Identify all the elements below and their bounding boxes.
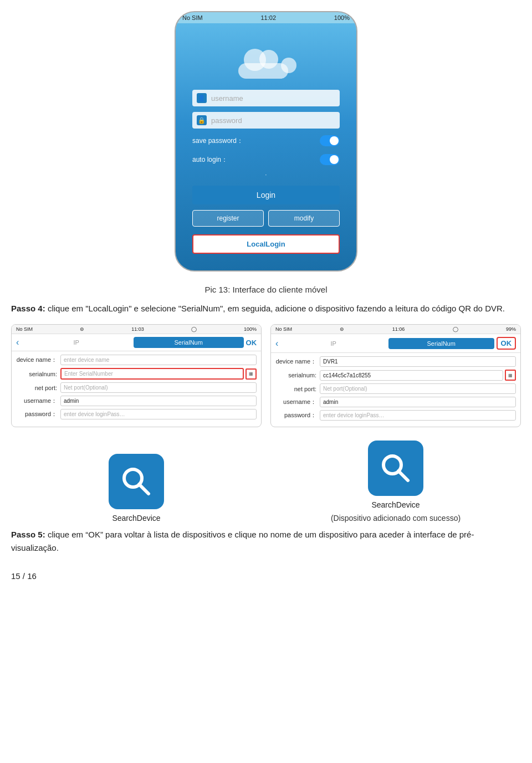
lock-icon: 🔒 (197, 115, 207, 125)
page-footer: 15 / 16 (11, 571, 521, 581)
pr-battery-icon: ◯ (453, 326, 458, 332)
pl-battery: 100% (244, 326, 257, 332)
pic-caption-text: Pic 13: Interface do cliente móvel (205, 285, 328, 294)
pr-netport-input[interactable]: Net port(Optional) (320, 383, 516, 394)
footer-text: 15 / 16 (11, 571, 37, 581)
pr-battery: 99% (506, 326, 516, 332)
phone-status-bar: No SIM 11:02 100% (176, 12, 356, 23)
pl-username-input[interactable]: admin (60, 396, 257, 406)
pr-serialnum-value: cc144c5c7a1c8255 (323, 372, 371, 378)
pr-qr-icon[interactable]: ▦ (505, 370, 516, 381)
search-device-icon-left (109, 454, 164, 509)
pr-password-input[interactable]: enter device loginPass… (320, 410, 516, 421)
phone-left-tab-ip[interactable]: IP (21, 337, 131, 348)
pl-password-input[interactable]: enter device loginPass… (60, 409, 257, 419)
search-devices-row: SearchDevice SearchDevice (Dispositivo a… (11, 441, 521, 523)
pr-serialnum-field: serialnum: cc144c5c7a1c8255 ▦ (275, 370, 516, 381)
sub-caption: (Dispositivo adicionado com sucesso) (331, 514, 461, 523)
phone-left-tab-serial[interactable]: SerialNum (134, 337, 244, 348)
paragraph-4-bold: Passo 4: (11, 304, 45, 313)
phone-right-status: No SIM ⊜ 11:06 ◯ 99% (271, 325, 520, 334)
modify-button[interactable]: modify (268, 210, 340, 227)
pl-device-name-placeholder: enter device name (64, 357, 109, 363)
register-button[interactable]: register (192, 210, 264, 227)
pl-password-field: password： enter device loginPass… (16, 409, 257, 419)
pr-password-field: password： enter device loginPass… (275, 410, 516, 421)
search-icon-svg-right (378, 450, 413, 486)
paragraph-5-bold: Passo 5: (11, 530, 45, 539)
pl-password-label: password： (16, 410, 60, 418)
paragraph-4-text: clique em "LocalLogin" e selecione "Seri… (48, 304, 505, 313)
phone-left-nav: ‹ IP SerialNum OK (12, 334, 261, 351)
pr-time: 11:06 (392, 326, 405, 332)
auto-login-label: auto login： (192, 155, 315, 165)
phone-left-status: No SIM ⊜ 11:03 ◯ 100% (12, 325, 261, 334)
pr-username-value: admin (323, 399, 338, 405)
pl-time: 11:03 (131, 326, 144, 332)
search-device-left: SearchDevice (11, 454, 262, 523)
pl-serialnum-placeholder: Enter SerialNumber (64, 371, 113, 377)
phone-top-container: No SIM 11:02 100% 👤 username (11, 11, 521, 272)
phone-right-nav: ‹ IP SerialNum OK (271, 334, 520, 353)
auto-login-toggle[interactable] (320, 154, 340, 165)
pr-netport-field: net port: Net port(Optional) (275, 383, 516, 394)
pic-caption: Pic 13: Interface do cliente móvel (11, 285, 521, 294)
phone-left-form: device name： enter device name serialnum… (12, 351, 261, 426)
svg-line-1 (139, 484, 149, 494)
dot-separator: · (192, 172, 340, 178)
phone-right-back[interactable]: ‹ (275, 339, 278, 349)
pl-no-sim: No SIM (16, 326, 33, 332)
password-input-row[interactable]: 🔒 password (192, 112, 340, 129)
username-input-row[interactable]: 👤 username (192, 90, 340, 106)
register-modify-row: register modify (192, 210, 340, 227)
phone-left-ok[interactable]: OK (246, 339, 257, 347)
pl-netport-input[interactable]: Net port(Optional) (60, 382, 257, 393)
paragraph-5-text: clique em “OK” para voltar à lista de di… (11, 530, 474, 552)
save-password-row: save password： (192, 134, 340, 147)
pl-netport-label: net port: (16, 385, 60, 391)
user-icon: 👤 (197, 93, 207, 103)
phone-left-back[interactable]: ‹ (16, 337, 19, 347)
search-device-right-group: SearchDevice (Dispositivo adicionado com… (270, 441, 521, 523)
pr-wifi-icon: ⊜ (340, 326, 344, 332)
pl-wifi-icon: ⊜ (80, 326, 84, 332)
pr-username-field: username： admin (275, 397, 516, 407)
pl-username-field: username： admin (16, 396, 257, 406)
pr-device-name-label: device name： (275, 357, 320, 366)
cloud-decoration (233, 45, 299, 79)
save-password-label: save password： (192, 136, 315, 146)
pl-serialnum-label: serialnum: (16, 371, 60, 377)
pr-netport-placeholder: Net port(Optional) (323, 386, 367, 392)
pl-serialnum-input[interactable]: Enter SerialNumber (60, 368, 244, 380)
search-device-right-item: SearchDevice (368, 441, 423, 509)
pr-device-name-input[interactable]: DVR1 (320, 356, 516, 367)
pl-password-placeholder: enter device loginPass… (64, 411, 125, 417)
pr-no-sim: No SIM (275, 326, 292, 332)
pl-username-label: username： (16, 397, 60, 405)
search-device-icon-right (368, 441, 423, 496)
phone-right-tab-serial[interactable]: SerialNum (388, 338, 494, 349)
cloud-bump3 (281, 58, 296, 73)
pr-username-input[interactable]: admin (320, 397, 516, 407)
pl-qr-icon[interactable]: ▦ (245, 368, 257, 380)
pr-password-placeholder: enter device loginPass… (323, 412, 385, 418)
phone-body: 👤 username 🔒 password save password： aut… (176, 23, 356, 270)
save-password-toggle[interactable] (320, 135, 340, 146)
password-placeholder: password (211, 116, 242, 125)
pr-serialnum-input[interactable]: cc144c5c7a1c8255 (320, 370, 503, 381)
two-phones-container: No SIM ⊜ 11:03 ◯ 100% ‹ IP SerialNum OK … (11, 324, 521, 427)
pl-serialnum-field: serialnum: Enter SerialNumber ▦ (16, 368, 257, 380)
search-device-label-right: SearchDevice (371, 500, 420, 509)
pl-device-name-input[interactable]: enter device name (60, 355, 257, 365)
search-device-label-left: SearchDevice (112, 514, 160, 523)
phone-right-tab-ip[interactable]: IP (280, 338, 386, 349)
login-button[interactable]: Login (192, 186, 340, 204)
paragraph-4: Passo 4: clique em "LocalLogin" e seleci… (11, 302, 521, 315)
local-login-button[interactable]: LocalLogin (192, 234, 340, 254)
phone-right-ok[interactable]: OK (497, 337, 516, 350)
svg-line-3 (398, 471, 408, 480)
pl-username-value: admin (64, 398, 79, 404)
status-battery: 100% (334, 14, 350, 21)
pr-serialnum-label: serialnum: (275, 372, 320, 378)
search-icon-svg-left (119, 464, 154, 499)
